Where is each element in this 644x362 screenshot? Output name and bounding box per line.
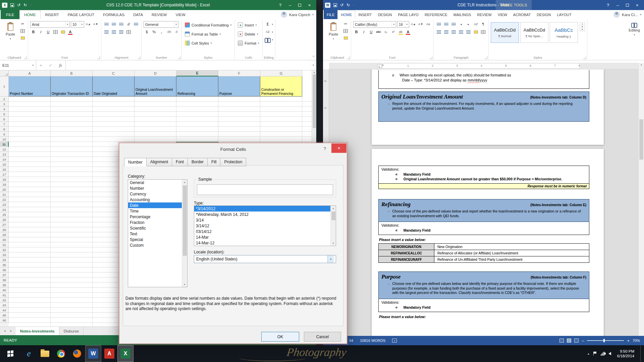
word-superscript-icon[interactable]: x² [390, 29, 396, 35]
excel-app-icon[interactable]: X [2, 3, 7, 8]
excel-row-header-34[interactable]: 34 [0, 257, 9, 262]
excel-cell-C1[interactable]: Date Originated [93, 76, 135, 97]
type-item-6[interactable]: 14-Mar-12 [194, 240, 336, 246]
collapse-ribbon-icon[interactable]: ^ [313, 55, 314, 59]
cell-styles-button[interactable]: Cell Styles ▾ [184, 39, 232, 47]
merge-center-icon[interactable] [125, 29, 132, 35]
formula-input[interactable] [66, 60, 310, 70]
excel-col-header-F[interactable]: F [218, 70, 260, 76]
excel-row-header-1[interactable]: 1 [0, 76, 9, 97]
word-shrink-font-icon[interactable]: A▼ [418, 21, 424, 27]
type-item-5[interactable]: 14-Mar [194, 234, 336, 240]
tray-expand-icon[interactable]: ▴ [588, 352, 589, 355]
indent-marker-left[interactable]: ▼ [382, 64, 384, 66]
zoom-level[interactable]: 70% [633, 339, 640, 343]
excel-help-icon[interactable]: ? [275, 1, 285, 9]
category-item-accounting[interactable]: Accounting [128, 197, 187, 202]
excel-row-header-14[interactable]: 14 [0, 157, 9, 162]
excel-row-header-37[interactable]: 37 [0, 273, 9, 278]
word-bold-icon[interactable]: B [353, 29, 360, 35]
styles-gallery-scroll[interactable]: ▴ ▼ ▼ [580, 22, 585, 31]
multilevel-list-icon[interactable] [450, 21, 457, 27]
editing-button[interactable]: Editing ▾ [627, 21, 642, 54]
locale-dropdown-arrow-icon[interactable]: ▾ [327, 255, 334, 263]
category-item-general[interactable]: General [128, 180, 187, 185]
formula-cancel-icon[interactable]: × [40, 63, 42, 67]
word-italic-icon[interactable]: I [361, 29, 367, 35]
excel-cell-G1[interactable]: Construction or Permanent Financing [260, 76, 302, 97]
word-tab-9-acrobat[interactable]: ACROBAT [510, 10, 534, 19]
excel-row-header-40[interactable]: 40 [0, 288, 9, 293]
excel-row-header-16[interactable]: 16 [0, 167, 9, 172]
ok-button[interactable]: OK [261, 332, 299, 342]
word-redo-icon[interactable]: ↻ [346, 3, 350, 7]
align-middle-icon[interactable] [111, 21, 117, 27]
word-font-launcher[interactable] [430, 56, 432, 59]
excel-minimize-icon[interactable]: – [285, 1, 295, 9]
insert-cells-button[interactable]: Insert ▾ [237, 21, 260, 29]
grow-font-icon[interactable]: A▲ [85, 21, 92, 27]
word-cut-icon[interactable]: ✂ [342, 21, 349, 27]
category-scrollbar[interactable]: ▲ ▼ [182, 180, 187, 287]
sort-icon[interactable]: AZ [473, 21, 479, 27]
indent-marker-right[interactable]: ▴ [579, 64, 580, 67]
excel-sheet-tab-disburse[interactable]: Disburse [59, 327, 84, 335]
excel-account[interactable]: Kara Ciprich▾ [281, 10, 316, 19]
word-align-center-icon[interactable] [443, 29, 449, 35]
word-strikethrough-icon[interactable]: abc [375, 29, 382, 35]
dialog-tab-alignment[interactable]: Alignment [147, 158, 172, 166]
word-clipboard-launcher[interactable] [347, 56, 350, 59]
excel-maximize-icon[interactable] [295, 1, 305, 9]
excel-col-header-D[interactable]: D [135, 70, 176, 76]
type-scrollbar[interactable]: ▲ ▼ [330, 206, 336, 246]
word-tab-1-home[interactable]: HOME [337, 10, 355, 19]
excel-row-header-7[interactable]: 7 [0, 122, 9, 127]
word-close-icon[interactable]: × [632, 1, 642, 9]
excel-row-header-12[interactable]: 12 [0, 147, 9, 152]
currency-icon[interactable]: $ [144, 29, 150, 35]
sort-filter-icon[interactable]: AZ [265, 29, 271, 35]
excel-row-header-31[interactable]: 31 [0, 242, 9, 247]
excel-row-header-33[interactable]: 33 [0, 252, 9, 257]
copy-icon[interactable] [19, 28, 26, 34]
word-tab-5-reference[interactable]: REFERENCE [422, 10, 450, 19]
numbering-icon[interactable] [443, 21, 449, 27]
format-cells-button[interactable]: Format ▾ [237, 39, 260, 47]
italic-icon[interactable]: I [38, 29, 44, 35]
word-maximize-icon[interactable] [623, 1, 632, 9]
dialog-tab-number[interactable]: Number [124, 158, 147, 166]
excel-col-header-B[interactable]: B [51, 70, 93, 76]
select-all-corner[interactable] [0, 70, 9, 76]
show-desktop-button[interactable] [640, 345, 643, 362]
category-item-scientific[interactable]: Scientific [128, 225, 187, 231]
excel-row-header-4[interactable]: 4 [0, 107, 9, 112]
excel-cell-F1[interactable]: Purpose [218, 76, 260, 97]
word-paste-button[interactable]: Paste ▾ [326, 21, 341, 54]
category-item-percentage[interactable]: Percentage [128, 214, 187, 220]
excel-tab-view[interactable]: VIEW [171, 10, 190, 19]
type-item-0[interactable]: *3/14/2012 [194, 206, 336, 212]
align-right-icon[interactable] [118, 29, 124, 35]
shading-icon[interactable] [473, 29, 479, 35]
word-borders-icon[interactable] [480, 29, 486, 35]
word-horizontal-ruler[interactable]: L ▼ ▴ 1234567 [329, 63, 638, 69]
excel-row-header-11[interactable]: 11 [0, 142, 9, 147]
word-font-name-combo[interactable]: Calibri (Body) ▾ [353, 21, 396, 28]
zoom-slider[interactable] [587, 340, 624, 341]
dialog-category-list[interactable]: GeneralNumberCurrencyAccountingDateTimeP… [128, 179, 187, 287]
word-help-icon[interactable]: ? [603, 1, 613, 9]
excel-cell-B1[interactable]: Originator Transaction ID [51, 76, 93, 97]
proofing-status-icon[interactable]: × [392, 339, 397, 343]
excel-row-header-30[interactable]: 30 [0, 237, 9, 242]
word-justify-icon[interactable] [458, 29, 464, 35]
taskbar-clock[interactable]: 9:50 PM 6/18/2014 [615, 349, 636, 358]
excel-tab-page-layout[interactable]: PAGE LAYOUT [63, 10, 99, 19]
zoom-out-icon[interactable]: – [582, 339, 584, 343]
excel-row-header-41[interactable]: 41 [0, 293, 9, 298]
excel-col-header-E[interactable]: E [176, 70, 218, 76]
excel-cell-D1[interactable]: Original Loan/Investment Amount [135, 76, 176, 97]
excel-row-header-32[interactable]: 32 [0, 247, 9, 252]
excel-col-header-A[interactable]: A [9, 70, 51, 76]
undo-icon[interactable]: ↺ [17, 3, 20, 7]
increase-indent-icon[interactable]: ► [465, 21, 472, 27]
